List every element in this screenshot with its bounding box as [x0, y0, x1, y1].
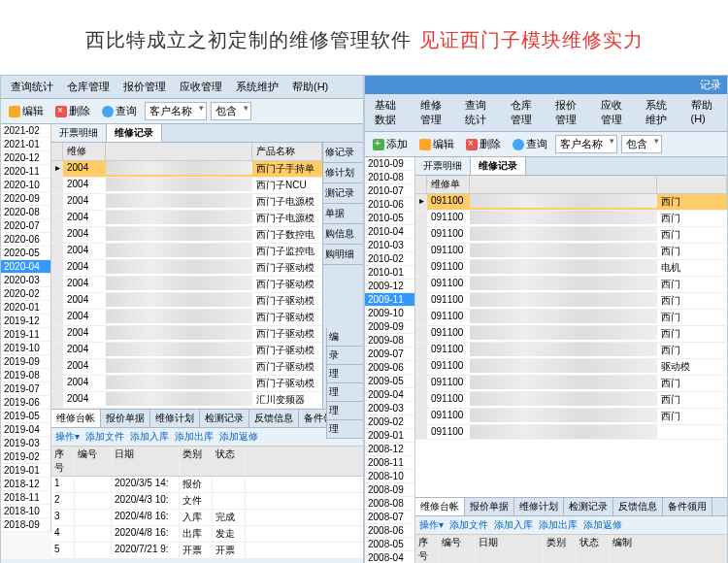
- table-row[interactable]: 091100西门: [415, 343, 727, 359]
- subtab-feedback-r[interactable]: 反馈信息: [613, 498, 663, 515]
- menu-query-r[interactable]: 查询统计: [459, 96, 503, 129]
- date-item[interactable]: 2020-09: [1, 192, 50, 206]
- table-row[interactable]: 2004汇川变频器: [51, 392, 322, 409]
- table-row[interactable]: 091100西门: [415, 227, 727, 244]
- date-item[interactable]: 2019-11: [1, 328, 50, 342]
- date-list-right[interactable]: 2010-092010-082010-072010-062010-052010-…: [365, 157, 415, 563]
- date-list-left[interactable]: 2021-022021-012020-122020-112020-102020-…: [1, 124, 51, 532]
- date-item[interactable]: 2008-07: [365, 511, 414, 524]
- menu-recv-r[interactable]: 应收管理: [595, 96, 639, 129]
- grid-right[interactable]: 维修单 ▸091100西门091100西门091100西门091100西门091…: [415, 176, 727, 497]
- tab-repair-r[interactable]: 维修记录: [471, 157, 526, 175]
- menu-sys-r[interactable]: 系统维护: [640, 96, 683, 129]
- add-in-r[interactable]: 添加入库: [494, 518, 533, 532]
- date-item[interactable]: 2008-09: [365, 483, 414, 497]
- date-item[interactable]: 2010-05: [365, 212, 414, 225]
- date-item[interactable]: 2009-04: [365, 388, 414, 402]
- table-row[interactable]: 2004西门子NCU: [51, 178, 322, 194]
- date-item[interactable]: 2020-10: [1, 179, 50, 192]
- date-item[interactable]: 2010-06: [365, 198, 414, 212]
- date-item[interactable]: 2010-02: [365, 252, 414, 266]
- detail-row[interactable]: 42020/4/8 16:出库发走: [51, 526, 363, 543]
- table-row[interactable]: 091100西门: [415, 293, 727, 310]
- edit-button[interactable]: 编辑: [5, 103, 48, 119]
- sidetab-test[interactable]: 测记录: [323, 183, 363, 204]
- add-out[interactable]: 添加出库: [175, 430, 214, 444]
- date-item[interactable]: 2009-05: [365, 375, 414, 388]
- table-row[interactable]: 2004西门子驱动模: [51, 293, 322, 310]
- date-item[interactable]: 2009-06: [365, 361, 414, 375]
- sidetab-buy[interactable]: 购信息: [323, 224, 363, 245]
- date-item[interactable]: 2009-09: [365, 320, 414, 334]
- table-row[interactable]: ▸2004西门子手持单: [51, 161, 322, 178]
- date-item[interactable]: 2020-01: [1, 301, 50, 315]
- date-item[interactable]: 2009-02: [365, 415, 414, 429]
- date-item[interactable]: 2021-02: [1, 124, 50, 138]
- add-file-r[interactable]: 添加文件: [449, 518, 488, 532]
- date-item[interactable]: 2021-01: [1, 138, 50, 151]
- date-item[interactable]: 2010-04: [365, 225, 414, 239]
- menu-warehouse[interactable]: 仓库管理: [61, 78, 116, 96]
- detail-grid-left[interactable]: 序号 编号 日期 类别 状态 12020/3/5 14:报价22020/4/3 …: [51, 447, 363, 559]
- date-item[interactable]: 2018-10: [1, 505, 50, 518]
- menu-wh-r[interactable]: 仓库管理: [505, 96, 548, 129]
- date-item[interactable]: 2020-08: [1, 206, 50, 219]
- date-item[interactable]: 2009-12: [365, 280, 414, 293]
- menu-query[interactable]: 查询统计: [5, 78, 59, 96]
- date-item[interactable]: 2020-06: [1, 233, 50, 247]
- delete-button-r[interactable]: 删除: [462, 136, 505, 152]
- date-item[interactable]: 2020-02: [1, 287, 50, 301]
- subtab-feedback[interactable]: 反馈信息: [249, 410, 299, 427]
- ftab-edit[interactable]: 编: [327, 328, 363, 347]
- date-item[interactable]: 2019-10: [1, 342, 50, 355]
- date-item[interactable]: 2019-07: [1, 382, 50, 396]
- subtab-ledger[interactable]: 维修台帐: [51, 410, 101, 427]
- date-item[interactable]: 2010-03: [365, 239, 414, 252]
- field-dropdown-r[interactable]: 客户名称: [555, 135, 617, 153]
- table-row[interactable]: 091100: [415, 425, 727, 440]
- table-row[interactable]: 2004西门子驱动模: [51, 359, 322, 376]
- table-row[interactable]: 091100西门: [415, 244, 727, 260]
- detail-row[interactable]: 12020/3/5 14:报价: [51, 477, 363, 493]
- date-item[interactable]: 2019-01: [1, 464, 50, 478]
- detail-grid-right[interactable]: 序号 编号 日期 类别 状态 编制: [415, 535, 727, 563]
- search-button-r[interactable]: 查询: [509, 136, 551, 152]
- date-item[interactable]: 2019-05: [1, 410, 50, 423]
- detail-row[interactable]: 32020/4/8 16:入库完成: [51, 510, 363, 526]
- add-in[interactable]: 添加入库: [130, 430, 169, 444]
- date-item[interactable]: 2019-03: [1, 437, 50, 450]
- ftab-mgr2[interactable]: 理: [327, 383, 363, 402]
- ftab-rec[interactable]: 录: [327, 347, 363, 365]
- table-row[interactable]: 091100西门: [415, 211, 727, 227]
- subtab-ledger-r[interactable]: 维修台帐: [415, 498, 465, 515]
- tab-invoice[interactable]: 开票明细: [51, 124, 107, 142]
- menu-system[interactable]: 系统维护: [230, 78, 284, 96]
- date-item[interactable]: 2020-03: [1, 274, 50, 287]
- date-item[interactable]: 2008-10: [365, 470, 414, 483]
- table-row[interactable]: 091100电机: [415, 260, 727, 277]
- date-item[interactable]: 2019-06: [1, 396, 50, 410]
- menu-base[interactable]: 基础数据: [369, 96, 413, 129]
- table-row[interactable]: 2004西门子电源模: [51, 194, 322, 211]
- subtab-parts-r[interactable]: 备件领用: [663, 498, 712, 515]
- table-row[interactable]: 2004西门子驱动模: [51, 310, 322, 326]
- date-item[interactable]: 2010-08: [365, 171, 414, 184]
- sidetab-plan[interactable]: 修计划: [323, 163, 363, 183]
- add-rework[interactable]: 添加返修: [219, 430, 258, 444]
- table-row[interactable]: 2004西门子监控电: [51, 244, 322, 260]
- table-row[interactable]: 2004西门子驱动模: [51, 277, 322, 293]
- date-item[interactable]: 2008-12: [365, 443, 414, 456]
- menu-repair[interactable]: 维修管理: [414, 96, 458, 129]
- menu-receivable[interactable]: 应收管理: [174, 78, 228, 96]
- subtab-test[interactable]: 检测记录: [200, 410, 249, 427]
- add-out-r[interactable]: 添加出库: [539, 518, 578, 532]
- date-item[interactable]: 2019-08: [1, 369, 50, 382]
- field-dropdown[interactable]: 客户名称: [145, 102, 207, 120]
- date-item[interactable]: 2009-10: [365, 307, 414, 320]
- date-item[interactable]: 2019-09: [1, 355, 50, 369]
- op-menu[interactable]: 操作▾: [55, 430, 80, 444]
- date-item[interactable]: 2009-03: [365, 402, 414, 415]
- table-row[interactable]: 2004西门子驱动模: [51, 343, 322, 359]
- date-item[interactable]: 2009-01: [365, 429, 414, 443]
- menu-help[interactable]: 帮助(H): [286, 78, 334, 96]
